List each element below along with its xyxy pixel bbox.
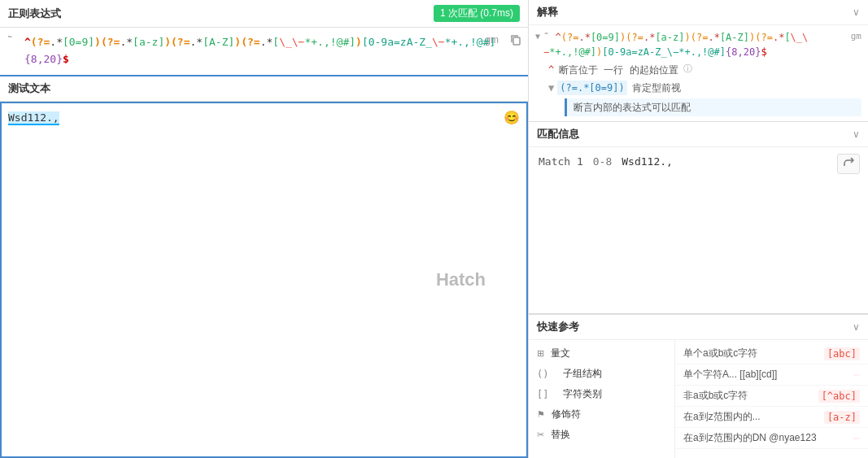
qr-item-replace[interactable]: ✂ 替换	[529, 425, 674, 445]
match-info-content: Match 1 0-8 Wsd112.,	[529, 147, 868, 176]
regex-flag: gm	[485, 34, 499, 46]
tok-paren-close-3: )	[234, 36, 241, 48]
match-info-section: 匹配信息 ∨ Match 1 0-8 Wsd112.,	[529, 122, 868, 314]
test-content-wrapper[interactable]: Wsd112., Hatch 😊	[0, 102, 528, 458]
qr-right-item-5: 在a到z范围内的DN @nyae123	[675, 428, 868, 449]
exp-regex-display: ˜ ^(?=.*[0=9])(?=.*[a-z])(?=.*[A-Z])(?=.…	[543, 30, 846, 59]
test-title: 测试文本	[8, 81, 50, 96]
tok-paren-4: (?=	[241, 36, 260, 48]
tok-bracket-1: [0=9]	[63, 36, 94, 48]
regex-section-header: 正则表达式 1 次匹配 (0.7ms)	[0, 0, 528, 28]
match-badge: 1 次匹配 (0.7ms)	[434, 5, 520, 22]
tok-paren-1: (?=	[31, 36, 50, 48]
share-button[interactable]	[837, 154, 860, 174]
regex-box[interactable]: ˜ ^(?=.*[0=9])(?=.*[a-z])(?=.*[A-Z])(?=.…	[0, 28, 528, 76]
exp-line-anchor: ^ 断言位于 一行 的起始位置 ⓘ	[535, 61, 861, 79]
match-value: Wsd112.,	[622, 155, 673, 168]
tok-bracket-3: [A-Z]	[203, 36, 234, 48]
tok-dotstar-4: .*	[260, 36, 273, 48]
match-info-header[interactable]: 匹配信息 ∨	[529, 122, 868, 147]
left-panel: 正则表达式 1 次匹配 (0.7ms) ˜ ^(?=.*[0=9])(?=.*[…	[0, 0, 529, 458]
qr-right-item-1: 单个a或b或c字符 [abc]	[675, 343, 868, 364]
tok-bracket-2: [a-z]	[133, 36, 164, 48]
qr-left: ⊞ 量文 () 子组结构 [] 字符类别 ⚑ 修饰符 ✂ 替换	[529, 340, 675, 458]
exp-sub-block: 断言内部的表达式可以匹配	[565, 98, 861, 116]
tok-paren-close-2: )	[164, 36, 171, 48]
tok-backslash-2: \−	[292, 36, 305, 48]
anchor-info-icon[interactable]: ⓘ	[683, 63, 692, 76]
exp-sub-line: 断言内部的表达式可以匹配	[574, 98, 861, 116]
test-content: Wsd112.,	[2, 103, 526, 133]
lookahead-code: (?=.*[0=9])	[557, 81, 626, 95]
match-row-1: Match 1 0-8 Wsd112.,	[539, 154, 858, 169]
qr-item-modifier[interactable]: ⚑ 修饰符	[529, 404, 674, 425]
lookahead-expand[interactable]: ▼	[548, 81, 554, 95]
match-range: 0-8	[593, 155, 612, 168]
copy-icon[interactable]	[510, 34, 521, 48]
explanation-content: ▼ ˜ ^(?=.*[0=9])(?=.*[a-z])(?=.*[A-Z])(?…	[529, 25, 868, 121]
tok-backslash-1: \_	[279, 36, 292, 48]
exp-line-lookahead: ▼ (?=.*[0=9]) 肯定型前视	[535, 79, 861, 97]
match-highlight: Wsd112.,	[8, 111, 59, 125]
exp-regex-line: ▼ ˜ ^(?=.*[0=9])(?=.*[a-z])(?=.*[A-Z])(?…	[535, 28, 861, 61]
qr-item-charclass[interactable]: [] 字符类别	[529, 384, 674, 404]
explanation-section: 解释 ∨ ▼ ˜ ^(?=.*[0=9])(?=.*[a-z])(?=.*[A-…	[529, 0, 868, 122]
qr-right-item-2: 单个字符A... [[ab][cd]]	[675, 364, 868, 386]
quick-ref-header[interactable]: 快速参考 ∨	[529, 314, 868, 340]
quick-ref-content: ⊞ 量文 () 子组结构 [] 字符类别 ⚑ 修饰符 ✂ 替换	[529, 340, 868, 458]
match-info-chevron: ∨	[853, 129, 860, 140]
hatch-label: Hatch	[436, 269, 486, 290]
qr-right: 单个a或b或c字符 [abc] 单个字符A... [[ab][cd]] 非a或b…	[675, 340, 868, 458]
qr-item-quantifier[interactable]: ⊞ 量文	[529, 343, 674, 364]
tok-backslash-main: \−	[432, 36, 445, 48]
tok-charclass-main: [0-9a=zA-Z_	[362, 36, 432, 48]
svg-rect-0	[513, 37, 520, 45]
quick-ref-section: 快速参考 ∨ ⊞ 量文 () 子组结构 [] 字符类别 ⚑	[529, 314, 868, 458]
explanation-title: 解释	[537, 5, 558, 20]
tok-dotstar-2: .*	[120, 36, 133, 48]
explanation-chevron: ∨	[853, 7, 860, 18]
emoji-icon[interactable]: 😊	[504, 110, 520, 125]
match-label: Match 1	[539, 155, 583, 168]
tok-dotstar-1: .*	[50, 36, 63, 48]
quick-ref-chevron: ∨	[853, 321, 860, 333]
tok-quantifier: {8,20}	[24, 53, 63, 65]
regex-text[interactable]: ^(?=.*[0=9])(?=.*[a-z])(?=.*[A-Z])(?=.*[…	[24, 34, 499, 68]
tok-bracket-4b: *+.,!@#]	[304, 36, 355, 48]
regex-caret: ˜	[8, 34, 11, 46]
test-section-header: 测试文本	[0, 76, 528, 102]
qr-right-item-4: 在a到z范围内的... [a-z]	[675, 407, 868, 428]
explanation-header[interactable]: 解释 ∨	[529, 0, 868, 25]
quick-ref-title: 快速参考	[537, 320, 579, 334]
tok-paren-close-1: )	[94, 36, 101, 48]
exp-flag-gm: gm	[851, 30, 861, 44]
lookahead-desc: 肯定型前视	[632, 81, 681, 95]
tok-paren-3: (?=	[171, 36, 190, 48]
tok-dotstar-3: .*	[190, 36, 203, 48]
regex-title: 正则表达式	[8, 7, 61, 21]
tok-anchor-start: ^	[24, 36, 31, 48]
qr-right-item-3: 非a或b或c字符 [^abc]	[675, 386, 868, 407]
tok-anchor-end: $	[63, 53, 69, 65]
qr-item-group[interactable]: () 子组结构	[529, 364, 674, 384]
match-info-title: 匹配信息	[537, 127, 579, 142]
tok-paren-2: (?=	[101, 36, 120, 48]
tok-paren-close-4: )	[355, 36, 362, 48]
tok-bracket-4: [	[273, 36, 279, 48]
right-panel: 解释 ∨ ▼ ˜ ^(?=.*[0=9])(?=.*[a-z])(?=.*[A-…	[529, 0, 868, 458]
